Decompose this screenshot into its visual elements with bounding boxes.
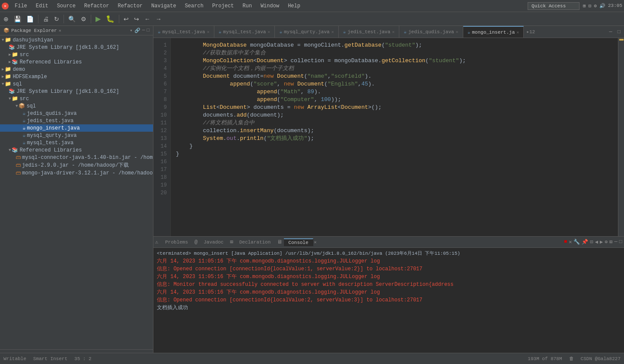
sidebar-item-jedis-test[interactable]: ☕ jedis_test.java <box>0 117 153 124</box>
sidebar-item-jre-lib2[interactable]: 📚 JRE System Library [jdk1.8.0_162] <box>0 88 153 95</box>
minimize-icon[interactable]: ─ <box>142 28 145 33</box>
sidebar-item-jedis-jar[interactable]: 🗃 jedis-2.9.0.jar - /home/hadoop/下载 <box>0 161 153 169</box>
maximize-editor-icon[interactable]: □ <box>616 29 622 35</box>
copy-icon[interactable]: ⊕ <box>605 239 608 245</box>
menu-file[interactable]: File <box>13 2 29 10</box>
java-file-icon5: ☕ <box>22 139 25 146</box>
nav-prev-icon[interactable]: ◀ <box>595 239 598 245</box>
sidebar-item-src1[interactable]: ▶ 📁 src <box>0 51 153 58</box>
tab-overflow[interactable]: ▸12 <box>524 29 538 35</box>
maximize-console-icon[interactable]: □ <box>619 239 622 245</box>
remove-icon[interactable]: ✕ <box>569 239 572 245</box>
refactor-button[interactable]: ⚙ <box>79 15 88 23</box>
tab-close-6[interactable]: ✕ <box>516 30 519 35</box>
search-button[interactable]: 🔍 <box>67 15 77 23</box>
java-file-icon2: ☕ <box>22 117 25 124</box>
sidebar-item-mongo-insert[interactable]: ☕ mongo_insert.java <box>0 124 153 132</box>
menu-source[interactable]: Source <box>55 2 77 10</box>
main-layout: 📦 Package Explorer ✕ ▾ 🔗 ─ □ ▼ 📁 dashuju… <box>0 26 624 353</box>
sidebar-horizontal-scroll[interactable] <box>0 349 153 353</box>
sidebar-item-mysql-qurty[interactable]: ☕ mysql_qurty.java <box>0 132 153 139</box>
filter-icon[interactable]: ⊡ <box>590 239 593 245</box>
package-explorer-close[interactable]: ✕ <box>59 28 61 33</box>
sidebar-item-demo[interactable]: ▶ 📁 demo <box>0 66 153 73</box>
sidebar-item-dashujushiyan[interactable]: ▼ 📁 dashujushiyan <box>0 36 153 44</box>
tab-mysql-test-2[interactable]: ☕ mysql_test.java ✕ <box>214 26 275 38</box>
nav-next-icon[interactable]: ▶ <box>600 239 603 245</box>
pin-icon[interactable]: 📌 <box>582 239 588 245</box>
stop-icon[interactable]: ■ <box>564 239 567 245</box>
tab-close-3[interactable]: ✕ <box>331 29 334 35</box>
minimize-console-icon[interactable]: ─ <box>614 239 618 245</box>
link-icon[interactable]: 🔗 <box>134 28 140 33</box>
code-content[interactable]: MongoDatabase mongoDatabase = mongoClien… <box>171 38 618 236</box>
code-line-10: documents.add(document); <box>176 111 613 119</box>
sidebar-item-jedis-qudis[interactable]: ☕ jedis_qudis.java <box>0 110 153 117</box>
sidebar-item-mongo-jar[interactable]: 🗃 mongo-java-driver-3.12.1.jar - /home/h… <box>0 169 153 177</box>
menu-help[interactable]: Help <box>286 2 302 10</box>
sidebar-item-mysql-jar[interactable]: 🗃 mysql-connector-java-5.1.40-bin.jar - … <box>0 154 153 161</box>
minimize-editor-icon[interactable]: ─ <box>608 29 614 35</box>
menu-refactor2[interactable]: Refactor <box>116 2 144 10</box>
redo-button[interactable]: ↪ <box>132 15 141 23</box>
tab-close-2[interactable]: ✕ <box>267 29 270 35</box>
wrench-icon[interactable]: 🔧 <box>573 239 580 245</box>
code-editor[interactable]: 12345 678910 1112131415 1617181920 Mongo… <box>153 38 624 236</box>
run-button[interactable]: ▶ <box>94 14 102 24</box>
collapse-icon[interactable]: ▾ <box>130 28 133 33</box>
quick-access-box[interactable]: Quick Access <box>528 2 579 10</box>
debug-button[interactable]: 🐛 <box>104 14 116 24</box>
tab-console[interactable]: Console <box>284 238 313 246</box>
sidebar-item-mysql-test[interactable]: ☕ mysql_test.java <box>0 139 153 146</box>
tab-mysql-test-1[interactable]: ☕ mysql_test.java ✕ <box>153 26 214 38</box>
tab-close-1[interactable]: ✕ <box>207 29 210 35</box>
toolbar: ⊕ 💾 📄 🖨 ↻ 🔍 ⚙ ▶ 🐛 ↩ ↪ ← → <box>0 12 624 26</box>
tab-mysql-qurty[interactable]: ☕ mysql_qurty.java ✕ <box>275 26 338 38</box>
forward-button[interactable]: → <box>154 15 163 23</box>
editor-area: ☕ mysql_test.java ✕ ☕ mysql_test.java ✕ … <box>153 26 624 353</box>
layout-icon[interactable]: ⊡ <box>589 3 592 9</box>
console-close-icon[interactable]: ✕ <box>314 240 317 245</box>
save-button[interactable]: 💾 <box>12 15 23 23</box>
sidebar-item-src2[interactable]: ▼ 📁 src <box>0 95 153 102</box>
console-tab-bar: ⚠ Problems @ Javadoc ⊞ Declaration 🖥 Con… <box>153 237 624 248</box>
menu-run[interactable]: Run <box>241 2 254 10</box>
memory-icon[interactable]: 🗑 <box>569 356 574 361</box>
tab-close-5[interactable]: ✕ <box>456 29 458 35</box>
layout-console-icon[interactable]: ⊞ <box>609 239 612 245</box>
tab-declaration[interactable]: Declaration <box>235 239 276 246</box>
tab-close-4[interactable]: ✕ <box>392 29 395 35</box>
sidebar-item-sql[interactable]: ▼ 📁 sql <box>0 80 153 88</box>
menu-navigate[interactable]: Navigate <box>150 2 178 10</box>
tab-javadoc[interactable]: Javadoc <box>199 239 228 246</box>
maximize-icon[interactable]: □ <box>146 28 150 33</box>
menu-search[interactable]: Search <box>183 2 205 10</box>
tab-jedis-qudis[interactable]: ☕ jedis_qudis.java ✕ <box>399 26 463 38</box>
sidebar-item-hdfs[interactable]: ▶ 📁 HDFSExample <box>0 73 153 80</box>
sidebar-item-reflibs2[interactable]: ▼ 📚 Referenced Libraries <box>0 146 153 154</box>
close-button[interactable]: ✕ <box>2 3 9 9</box>
menu-refactor1[interactable]: Refactor <box>83 2 111 10</box>
code-line-2: //获取数据库中某个集合 <box>176 49 613 57</box>
menu-edit[interactable]: Edit <box>34 2 50 10</box>
tab-mongo-insert[interactable]: ☕ mongo_insert.ja ✕ <box>463 26 524 38</box>
undo-button[interactable]: ↩ <box>122 15 131 23</box>
refresh-button[interactable]: ↻ <box>52 15 61 23</box>
print-button[interactable]: 🖨 <box>41 15 51 23</box>
tab-jedis-test[interactable]: ☕ jedis_test.java ✕ <box>339 26 400 38</box>
java-file-icon3: ☕ <box>22 125 25 131</box>
perspective-icon[interactable]: ⊞ <box>583 3 586 9</box>
sidebar-item-sql-pkg[interactable]: ▼ 📦 sql <box>0 102 153 110</box>
console-output[interactable]: <terminated> mongo_insert [Java Applicat… <box>153 248 624 353</box>
menu-window[interactable]: Window <box>259 2 281 10</box>
tab-problems[interactable]: Problems <box>161 239 193 246</box>
sidebar-item-reflibs1[interactable]: ▶ 📚 Referenced Libraries <box>0 58 153 66</box>
console-line-3: 六月 14, 2023 11:05:16 下午 com.mongodb.diag… <box>157 273 621 281</box>
menu-project[interactable]: Project <box>210 2 236 10</box>
back-button[interactable]: ← <box>143 15 152 23</box>
sidebar-item-jre-lib1[interactable]: 📚 JRE System Library [jdk1.8.0_162] <box>0 44 153 51</box>
new-button[interactable]: ⊕ <box>2 15 10 23</box>
code-line-12: collection.insertMany(documents); <box>176 127 613 135</box>
tab-label-2: mysql_test.java <box>223 29 266 35</box>
save-all-button[interactable]: 📄 <box>25 15 35 23</box>
